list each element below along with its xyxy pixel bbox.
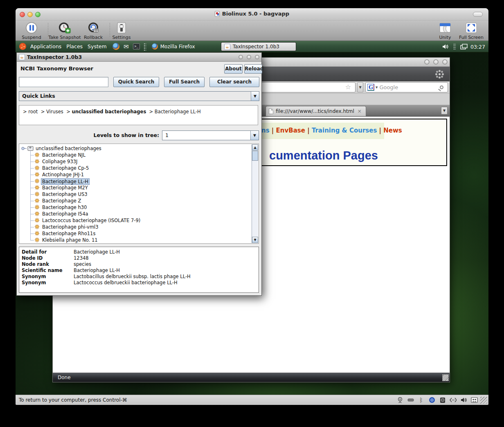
tree-node-label: Lactococcus bacteriophage (ISOLATE 7-9) [42,218,140,223]
link-envbase[interactable]: EnvBase [276,127,305,134]
tree-connector-line [30,234,34,234]
fullscreen-button[interactable]: Full Screen [457,21,486,40]
search-term-input[interactable] [19,77,108,87]
clear-search-button[interactable]: Clear search [209,77,259,87]
reload-button[interactable]: Reload [244,64,262,74]
resize-grip[interactable] [442,374,449,381]
detail-row: Node rank species [19,261,259,267]
breadcrumb: > root > Viruses > unclassified bacterio… [23,109,201,115]
quick-links-combobox[interactable]: Quick Links ▼ [19,91,259,101]
ubuntu-menu-icon[interactable] [19,43,26,50]
tree-node-label: Bacteriophage h30 [42,205,87,210]
sound-device-icon[interactable] [460,397,467,404]
breadcrumb-root[interactable]: root [28,109,38,115]
link-separator: | [379,127,381,134]
detail-label: Detail for [22,249,47,255]
bluetooth-device-icon[interactable]: ᛒ [418,397,425,404]
unity-button[interactable]: Unity [432,21,459,40]
shared-folder-icon[interactable] [471,397,478,404]
chevron-down-icon[interactable]: ▼ [250,131,259,140]
panel-drag-handle[interactable] [453,43,456,50]
settings-button[interactable]: Settings [104,21,139,40]
suspend-button[interactable]: Suspend [16,21,49,40]
bookmark-star-icon[interactable]: ☆ [345,83,351,91]
url-dropdown-button[interactable]: ▼ [357,82,363,92]
window-button-icon[interactable] [239,55,243,59]
firefox-launcher-icon[interactable] [112,43,120,50]
firefox-icon [152,43,158,49]
scrollbar-thumb[interactable] [252,151,258,161]
window-button-icon[interactable] [424,59,430,65]
toolbar-toggle-button[interactable] [473,12,483,17]
guest-screen: ☆ ▼ G ▼ Google file:///var/www/...tics/i… [16,41,488,395]
tree-scrollbar[interactable]: ▲ ▼ [252,144,258,243]
tree-connector-line [30,175,34,175]
taxonomy-tree[interactable]: unclassified bacteriophages Bacteriophag… [19,144,259,244]
gnome-panel: Applications Places System ✉ >_ Mozilla … [16,41,488,52]
search-icon[interactable] [440,85,443,89]
status-text: Done [58,375,71,380]
window-button-icon[interactable] [433,59,439,65]
terminal-launcher-icon[interactable]: >_ [133,43,140,50]
vmware-status-message: To return to your computer, press Contro… [19,397,127,403]
search-input[interactable]: G ▼ Google [365,82,448,92]
tab-close-icon[interactable]: × [358,108,362,114]
task-taxinspector[interactable]: ☕ TaxInspector 1.0b3 [221,42,296,51]
settings-label: Settings [104,35,139,40]
taxinspector-window[interactable]: ☕ TaxInspector 1.0b3 NCBI Taxonomy Brows… [16,52,262,296]
about-button[interactable]: About [224,64,243,74]
quick-search-button[interactable]: Quick Search [113,77,159,87]
phage-node-icon [34,205,40,210]
link-training-courses[interactable]: Training & Courses [312,127,377,134]
full-search-button[interactable]: Full Search [164,77,205,87]
link-news[interactable]: News [383,127,402,134]
menu-places[interactable]: Places [66,43,83,49]
tree-connector-line [30,188,34,188]
harddisk-device-icon[interactable] [439,397,446,404]
taxinspector-titlebar[interactable]: ☕ TaxInspector 1.0b3 [17,53,261,62]
network-device-icon[interactable] [450,397,457,404]
window-button-icon[interactable] [255,55,259,59]
phage-node-icon [34,211,40,216]
phage-node-icon [34,218,40,223]
tab-file-index[interactable]: file:///var/www/...tics/index.html × [266,106,366,116]
search-engine-dropdown-icon[interactable]: ▼ [376,86,378,89]
detail-label: Scientific name [22,267,63,273]
menu-applications[interactable]: Applications [30,43,61,49]
tree-connector-line [30,181,34,182]
window-button-icon[interactable] [442,59,448,65]
panel-drag-handle[interactable] [143,43,146,51]
webcam-device-icon[interactable] [396,397,403,404]
tree-node-label: Bacteriophage NJL [42,152,86,158]
scroll-down-icon[interactable]: ▼ [252,237,258,243]
firefox-statusbar: Done [53,373,450,382]
tree-expand-handle-icon[interactable] [20,146,27,151]
menu-system[interactable]: System [88,43,107,49]
chevron-down-icon[interactable]: ▼ [251,92,259,101]
window-button-icon[interactable] [247,55,251,59]
memory-device-icon[interactable] [407,397,414,404]
tree-connector-line [30,162,34,162]
tree-connector-line [30,227,34,227]
detail-row: Synonym Lactobacillus delbrueckii subsp.… [19,274,259,280]
link-truncated[interactable]: ns [261,127,270,134]
levels-label: Levels to show in tree: [66,132,159,138]
window-resize-grip[interactable] [480,397,487,404]
levels-combobox[interactable]: 1 ▼ [162,130,259,140]
volume-icon[interactable] [442,44,448,49]
google-logo-icon[interactable]: G [367,84,374,91]
mail-launcher-icon[interactable]: ✉ [122,43,130,50]
cd-device-icon[interactable] [428,397,435,404]
panel-clock[interactable]: 03:27 [470,44,485,50]
breadcrumb-current[interactable]: Bacteriophage LL-H [155,109,201,115]
tab-list-dropdown-button[interactable]: ▼ [441,107,448,115]
window-selector-icon[interactable] [460,44,468,50]
tree-node-label: unclassified bacteriophages [36,146,101,151]
breadcrumb-viruses[interactable]: Viruses [46,109,63,115]
tree-connector-line [30,155,34,155]
vm-document-icon [215,11,220,17]
fullscreen-label: Full Screen [457,35,486,40]
breadcrumb-unclassified[interactable]: unclassified bacteriophages [72,109,146,115]
task-firefox[interactable]: Mozilla Firefox [152,43,195,49]
scroll-up-icon[interactable]: ▲ [252,144,258,151]
